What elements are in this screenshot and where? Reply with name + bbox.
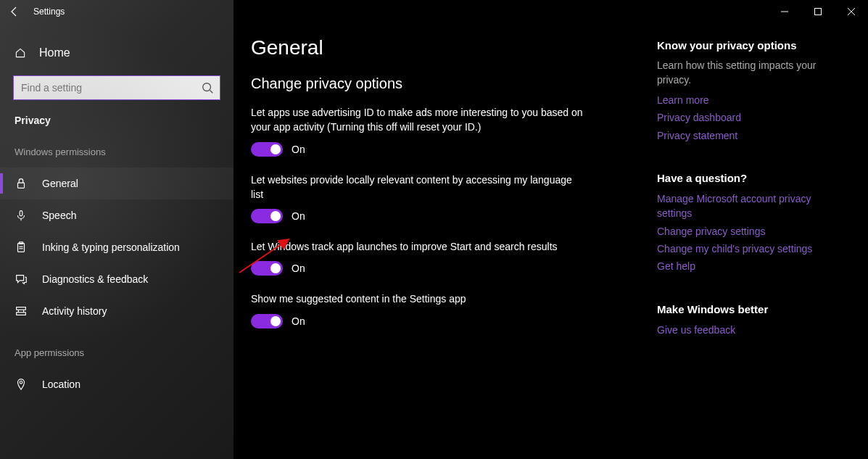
aside-heading-privacy-options: Know your privacy options: [657, 39, 853, 51]
aside-text: Learn how this setting impacts your priv…: [657, 59, 824, 87]
link-change-privacy-settings[interactable]: Change privacy settings: [657, 224, 831, 239]
clipboard-icon: [15, 241, 28, 254]
lock-icon: [15, 177, 28, 190]
sidebar-item-label: Diagnostics & feedback: [42, 273, 148, 285]
toggle-advertising-id[interactable]: [251, 142, 283, 157]
sidebar-item-activity[interactable]: Activity history: [0, 295, 233, 327]
setting-track-app-launches: Let Windows track app launches to improv…: [251, 239, 657, 276]
home-icon: [15, 47, 26, 59]
title-bar: Settings: [0, 0, 868, 23]
link-change-child-privacy[interactable]: Change my child's privacy settings: [657, 241, 831, 256]
svg-rect-7: [20, 211, 22, 216]
microphone-icon: [15, 209, 28, 222]
maximize-button[interactable]: [801, 0, 835, 23]
sidebar-item-label: General: [42, 178, 78, 189]
setting-text: Let Windows track app launches to improv…: [251, 239, 584, 254]
sidebar: Home Privacy Windows permissions General…: [0, 0, 233, 459]
history-icon: [15, 305, 28, 318]
group-heading-app-permissions: App permissions: [0, 327, 233, 368]
group-heading-permissions: Windows permissions: [0, 142, 233, 168]
sidebar-item-diagnostics[interactable]: Diagnostics & feedback: [0, 263, 233, 295]
sidebar-item-location[interactable]: Location: [0, 368, 233, 400]
main-content: General Change privacy options Let apps …: [233, 0, 868, 459]
svg-line-5: [210, 91, 213, 94]
link-get-help[interactable]: Get help: [657, 259, 831, 273]
svg-rect-13: [17, 313, 26, 315]
setting-text: Show me suggested content in the Setting…: [251, 291, 584, 306]
aside: Know your privacy options Learn how this…: [657, 36, 868, 459]
toggle-language-list[interactable]: [251, 209, 283, 223]
minimize-button[interactable]: [768, 0, 801, 23]
section-heading: Privacy: [0, 112, 233, 142]
sidebar-item-label: Activity history: [42, 305, 107, 317]
link-privacy-dashboard[interactable]: Privacy dashboard: [657, 110, 831, 125]
svg-rect-8: [18, 244, 25, 252]
sidebar-item-label: Speech: [42, 210, 76, 221]
link-give-feedback[interactable]: Give us feedback: [657, 323, 831, 337]
search-input[interactable]: [21, 82, 201, 94]
toggle-track-app-launches[interactable]: [251, 261, 283, 276]
toggle-state: On: [292, 144, 305, 155]
setting-text: Let websites provide locally relevant co…: [251, 173, 584, 202]
home-label: Home: [39, 46, 70, 59]
setting-language-list: Let websites provide locally relevant co…: [251, 173, 657, 224]
sidebar-item-inking[interactable]: Inking & typing personalization: [0, 231, 233, 263]
svg-rect-12: [17, 307, 26, 310]
toggle-state: On: [292, 315, 305, 327]
aside-heading-make-better: Make Windows better: [657, 303, 853, 315]
setting-suggested-content: Show me suggested content in the Setting…: [251, 291, 657, 328]
search-box[interactable]: [13, 75, 220, 100]
toggle-state: On: [292, 262, 305, 274]
svg-rect-6: [18, 183, 25, 188]
location-icon: [15, 378, 28, 391]
setting-advertising-id: Let apps use advertising ID to make ads …: [251, 105, 657, 157]
sidebar-item-label: Inking & typing personalization: [42, 241, 180, 253]
svg-point-4: [203, 83, 211, 91]
link-privacy-statement[interactable]: Privacy statement: [657, 128, 831, 143]
link-manage-account-privacy[interactable]: Manage Microsoft account privacy setting…: [657, 191, 831, 221]
sidebar-item-label: Location: [42, 379, 80, 390]
toggle-state: On: [292, 210, 305, 222]
close-button[interactable]: [835, 0, 868, 23]
page-title: General: [251, 36, 657, 59]
sidebar-item-speech[interactable]: Speech: [0, 199, 233, 231]
page-subheading: Change privacy options: [251, 75, 657, 92]
app-title: Settings: [33, 7, 65, 17]
setting-text: Let apps use advertising ID to make ads …: [251, 105, 584, 135]
aside-heading-question: Have a question?: [657, 172, 853, 184]
svg-point-16: [20, 381, 22, 384]
svg-rect-1: [815, 9, 822, 15]
sidebar-item-general[interactable]: General: [0, 168, 233, 199]
toggle-suggested-content[interactable]: [251, 314, 283, 328]
sidebar-item-home[interactable]: Home: [0, 36, 233, 70]
link-learn-more[interactable]: Learn more: [657, 93, 831, 107]
back-icon[interactable]: [9, 6, 20, 17]
feedback-icon: [15, 273, 28, 286]
search-icon: [201, 81, 214, 94]
